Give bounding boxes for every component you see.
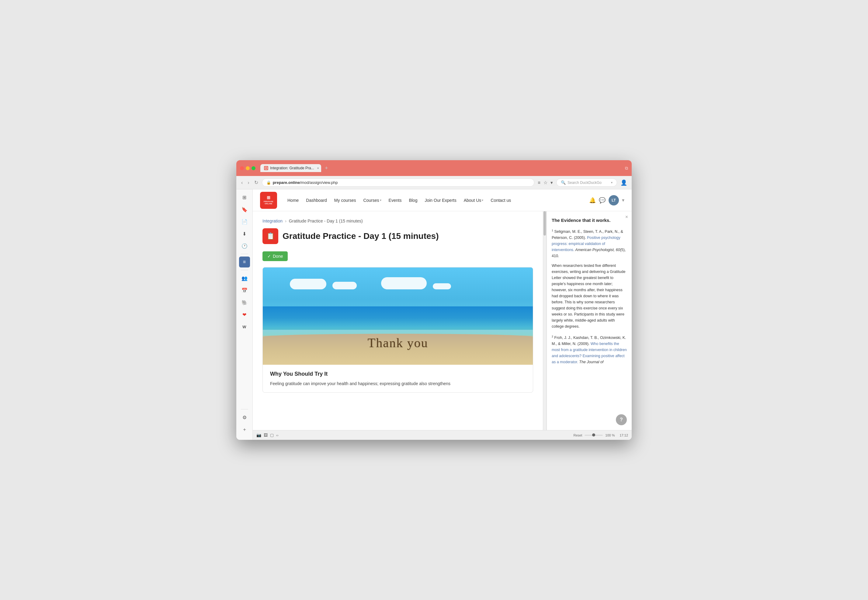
nav-dashboard[interactable]: Dashboard: [303, 195, 330, 205]
breadcrumb-current: Gratitude Practice - Day 1 (15 minutes): [289, 218, 363, 223]
tab-bar: Integration: Gratitude Pra... × +: [260, 164, 622, 173]
content-scroll-area[interactable]: Integration › Gratitude Practice - Day 1…: [253, 211, 543, 430]
done-label: Done: [273, 254, 283, 259]
site-logo[interactable]: ⊞ PREPAREONLINE: [260, 192, 277, 209]
scrollbar[interactable]: [543, 211, 546, 430]
check-icon: ✓: [267, 254, 271, 259]
page-title: Gratitude Practice - Day 1 (15 minutes): [282, 231, 439, 241]
browser-window: Integration: Gratitude Pra... × + ⧉ ‹ › …: [236, 160, 632, 440]
cloud-3: [381, 277, 427, 289]
nav-home[interactable]: Home: [284, 195, 302, 205]
beach-image: Thank you: [263, 267, 533, 365]
forward-button[interactable]: ›: [246, 179, 250, 186]
status-bar: 📷 🖼 ▢ ‹› Reset 100 % 17:12: [253, 430, 632, 440]
bookmark-dropdown-icon[interactable]: ▾: [549, 179, 554, 186]
time-display: 17:12: [619, 433, 628, 437]
user-avatar-icon[interactable]: 👤: [619, 179, 628, 187]
user-avatar[interactable]: LT: [609, 195, 619, 206]
thank-you-text: Thank you: [368, 336, 428, 350]
nav-events[interactable]: Events: [385, 195, 405, 205]
sidebar-bottom-divider: [241, 409, 248, 409]
back-button[interactable]: ‹: [240, 179, 244, 186]
cloud-4: [433, 283, 451, 289]
bookmark-icons: ≡ ☆ ▾: [537, 179, 554, 186]
scroll-thumb[interactable]: [543, 211, 546, 236]
new-tab-button[interactable]: +: [322, 164, 331, 173]
title-bar: Integration: Gratitude Pra... × + ⧉: [236, 160, 632, 176]
reset-label[interactable]: Reset: [574, 433, 583, 437]
sidebar-notes-icon[interactable]: ≡: [239, 256, 250, 267]
active-tab[interactable]: Integration: Gratitude Pra... ×: [260, 164, 321, 172]
notification-bell-icon[interactable]: 🔔: [589, 197, 596, 204]
url-display: prepare.online/mod/assign/view.php: [273, 180, 530, 185]
nav-join-experts[interactable]: Join Our Experts: [422, 195, 459, 205]
user-dropdown-icon[interactable]: ▾: [622, 197, 624, 203]
search-icon: 🔍: [561, 180, 566, 185]
sidebar-calendar-icon[interactable]: 📅: [239, 285, 250, 296]
image-icon[interactable]: 🖼: [264, 433, 268, 437]
camera-icon[interactable]: 📷: [256, 433, 261, 437]
cloud-2: [332, 282, 357, 289]
logo-text: PREPAREONLINE: [264, 201, 273, 205]
nav-my-courses[interactable]: My courses: [331, 195, 359, 205]
close-window-button[interactable]: [240, 166, 244, 170]
zoom-thumb[interactable]: [592, 433, 595, 436]
url-bar[interactable]: 🔒 prepare.online/mod/assign/view.php: [262, 179, 535, 186]
status-icons: 📷 🖼 ▢ ‹›: [256, 433, 278, 437]
sidebar-add-icon[interactable]: ＋: [239, 424, 250, 435]
nav-blog[interactable]: Blog: [406, 195, 420, 205]
sidebar-divider2: [241, 270, 248, 270]
reader-mode-icon[interactable]: ≡: [537, 179, 541, 186]
panel-body-text: When researchers tested five different e…: [552, 263, 627, 329]
zoom-slider[interactable]: [584, 435, 603, 436]
search-dropdown-icon: ▾: [611, 181, 613, 184]
address-bar: ‹ › ↻ 🔒 prepare.online/mod/assign/view.p…: [236, 176, 632, 189]
status-right: Reset 100 % 17:12: [574, 433, 628, 437]
done-button[interactable]: ✓ Done: [263, 252, 288, 261]
sidebar-download-icon[interactable]: ⬇: [239, 228, 250, 239]
nav-about-us[interactable]: About Us ▾: [461, 195, 487, 205]
security-icon: 🔒: [266, 180, 271, 185]
search-bar[interactable]: 🔍 Search DuckDuckGo ▾: [556, 179, 617, 186]
window-icon[interactable]: ▢: [270, 433, 274, 437]
sidebar-vivaldi-icon[interactable]: ❤: [239, 309, 250, 320]
sidebar-bookmarks-icon[interactable]: 🔖: [239, 204, 250, 215]
sidebar-history-icon[interactable]: 🕐: [239, 241, 250, 252]
tab-favicon: [264, 166, 268, 170]
assignment-icon: 📋: [263, 228, 278, 244]
breadcrumb-separator: ›: [285, 218, 287, 223]
cloud-1: [290, 279, 326, 289]
page-title-area: 📋 Gratitude Practice - Day 1 (15 minutes…: [263, 228, 533, 244]
site-navigation: ⊞ PREPAREONLINE Home Dashboard My course…: [253, 189, 632, 211]
panel-close-button[interactable]: ×: [625, 214, 628, 220]
sidebar-bottom: ⚙ ＋: [239, 408, 250, 437]
citation-2-journal: The Journal of: [578, 360, 603, 364]
bookmark-icon[interactable]: ☆: [543, 179, 548, 186]
sidebar-wikipedia-icon[interactable]: W: [239, 321, 250, 332]
nav-contact-us[interactable]: Contact us: [487, 195, 514, 205]
maximize-window-button[interactable]: [252, 166, 255, 170]
citation-2: 2 Froh, J. J., Kashdan, T. B., Ozimkowsk…: [552, 334, 627, 365]
page-area: ⊞ PREPAREONLINE Home Dashboard My course…: [253, 189, 632, 440]
tab-label: Integration: Gratitude Pra...: [270, 166, 314, 170]
sidebar-settings-icon[interactable]: ⚙: [239, 412, 250, 423]
main-content: Integration › Gratitude Practice - Day 1…: [253, 211, 632, 430]
zoom-level: 100 %: [605, 433, 615, 437]
sidebar-divider: [241, 254, 248, 254]
nav-courses[interactable]: Courses ▾: [360, 195, 384, 205]
minimize-window-button[interactable]: [246, 166, 250, 170]
chat-icon[interactable]: 💬: [599, 197, 605, 204]
panel-title: The Evidence that it works.: [552, 217, 627, 223]
code-icon[interactable]: ‹›: [276, 433, 278, 437]
help-button[interactable]: ?: [616, 414, 627, 425]
sidebar-mastodon-icon[interactable]: 🐘: [239, 297, 250, 308]
tab-close-button[interactable]: ×: [317, 166, 319, 170]
browser-sidebar: ⊞ 🔖 📄 ⬇ 🕐 ≡ 👥 📅 🐘 ❤ W ⚙ ＋: [236, 189, 253, 440]
sidebar-panels-icon[interactable]: ⊞: [239, 192, 250, 203]
sidebar-contacts-icon[interactable]: 👥: [239, 273, 250, 283]
question-mark-icon: ?: [620, 417, 623, 423]
sidebar-reader-icon[interactable]: 📄: [239, 216, 250, 227]
refresh-button[interactable]: ↻: [253, 179, 259, 186]
breadcrumb-link[interactable]: Integration: [263, 218, 282, 223]
citation-2-sup: 2: [552, 335, 553, 338]
